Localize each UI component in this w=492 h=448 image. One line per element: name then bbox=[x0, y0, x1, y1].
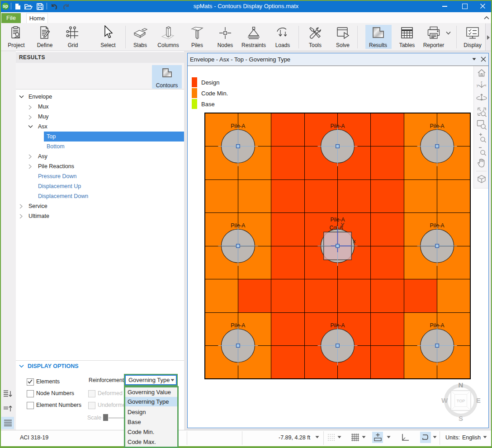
svg-text:W: W bbox=[441, 396, 448, 404]
svg-text:Pile-A: Pile-A bbox=[430, 322, 445, 329]
svg-text:z: z bbox=[481, 81, 483, 84]
svg-text:E: E bbox=[476, 396, 481, 404]
svg-text:y: y bbox=[477, 84, 478, 87]
svg-text:Pile-A: Pile-A bbox=[430, 123, 445, 129]
svg-text:S: S bbox=[459, 415, 463, 422]
svg-text:x: x bbox=[353, 238, 356, 245]
svg-text:Pile-A: Pile-A bbox=[330, 123, 345, 129]
svg-text:N: N bbox=[459, 381, 464, 389]
svg-text:Pile-A: Pile-A bbox=[231, 123, 245, 129]
svg-text:TOP: TOP bbox=[457, 399, 465, 403]
svg-text:Pile-A: Pile-A bbox=[231, 222, 245, 229]
svg-text:Pile-A: Pile-A bbox=[231, 322, 245, 329]
svg-text:Pile-A: Pile-A bbox=[330, 322, 345, 329]
svg-text:Pile-A: Pile-A bbox=[430, 222, 445, 229]
svg-text:Y: Y bbox=[341, 222, 345, 228]
svg-text:x: x bbox=[485, 84, 487, 87]
